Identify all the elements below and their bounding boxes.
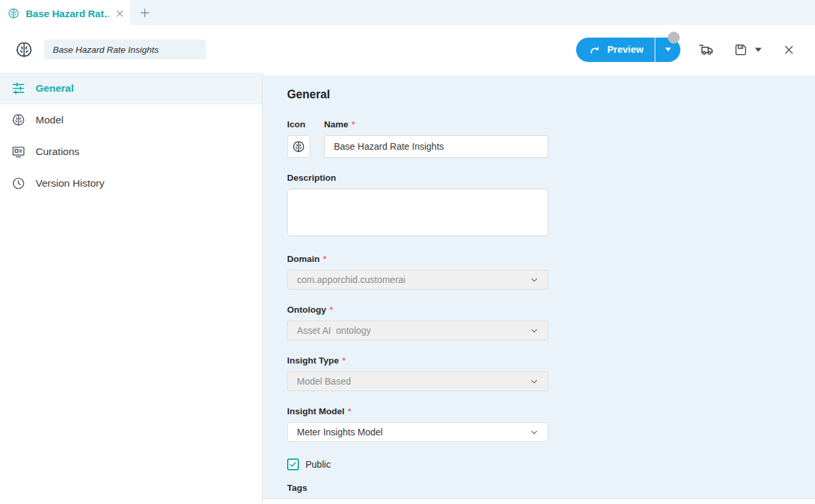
required-asterisk: *: [329, 305, 333, 315]
name-field-label: Name: [324, 119, 348, 129]
description-textarea[interactable]: [287, 189, 548, 236]
icon-picker-button[interactable]: [287, 135, 310, 158]
insight-type-select-value: Model Based: [297, 376, 351, 387]
tab-base-hazard-rate[interactable]: Base Hazard Rat…: [0, 0, 130, 26]
close-icon[interactable]: [783, 44, 795, 56]
required-asterisk: *: [323, 254, 327, 264]
tab-strip: [130, 0, 815, 26]
insight-model-select[interactable]: Meter Insights Model: [287, 422, 548, 442]
redo-arrow-icon: [589, 44, 601, 55]
deploy-truck-icon[interactable]: [698, 41, 715, 58]
public-checkbox-label: Public: [306, 459, 331, 470]
ontology-select[interactable]: Asset AI ontology: [287, 321, 548, 340]
brain-icon: [11, 113, 26, 127]
required-asterisk: *: [342, 356, 346, 365]
tab-close-icon[interactable]: [115, 9, 125, 18]
sidebar-item-label: Model: [36, 114, 63, 126]
sliders-icon: [11, 81, 26, 96]
sidebar-item-label: Version History: [36, 177, 104, 189]
body: General Model Curations Version History …: [0, 73, 815, 504]
clock-icon: [11, 176, 26, 191]
page-title: General: [287, 88, 815, 102]
preview-button[interactable]: Preview: [576, 38, 655, 62]
notification-dot: [668, 32, 680, 44]
required-asterisk: *: [348, 406, 351, 416]
tab-bar: Base Hazard Rat…: [0, 0, 815, 26]
required-asterisk: *: [352, 119, 355, 129]
new-tab-plus-icon[interactable]: [139, 7, 151, 19]
general-form: Icon Name * Description: [287, 119, 548, 499]
header-actions: Preview: [576, 38, 795, 62]
preview-split-button[interactable]: Preview: [576, 38, 680, 62]
save-icon[interactable]: [733, 42, 748, 57]
domain-field-label: Domain: [287, 254, 320, 264]
insight-model-field-label: Insight Model: [287, 406, 344, 416]
tags-field-label: Tags: [287, 483, 308, 493]
public-checkbox[interactable]: [287, 458, 299, 470]
brain-icon: [292, 140, 306, 154]
screen-card-icon: [11, 144, 26, 159]
content-panel: General Icon Name *: [263, 75, 815, 499]
checkmark-icon: [289, 460, 297, 468]
sidebar-item-label: General: [36, 82, 74, 94]
description-field-label: Description: [287, 173, 336, 183]
ontology-select-value: Asset AI ontology: [297, 325, 371, 336]
chevron-down-icon: [529, 326, 539, 336]
chevron-down-icon: [529, 377, 539, 387]
sidebar-item-general[interactable]: General: [0, 73, 262, 104]
chevron-down-icon: [665, 47, 672, 52]
domain-select[interactable]: com.apporchid.customerai: [287, 270, 548, 290]
sidebar: General Model Curations Version History: [0, 73, 263, 504]
sidebar-item-version-history[interactable]: Version History: [0, 168, 262, 199]
sidebar-item-curations[interactable]: Curations: [0, 136, 262, 168]
header-toolbar: Preview: [0, 26, 815, 73]
chevron-down-icon: [529, 427, 539, 437]
save-chevron-down-icon[interactable]: [754, 47, 762, 53]
brain-icon: [7, 7, 20, 20]
sidebar-item-model[interactable]: Model: [0, 104, 262, 136]
chevron-down-icon: [529, 275, 539, 285]
icon-field-label: Icon: [287, 119, 306, 129]
domain-select-value: com.apporchid.customerai: [297, 274, 405, 285]
app-logo-brain-icon: [15, 40, 34, 59]
insight-model-select-value: Meter Insights Model: [297, 427, 383, 437]
insight-type-field-label: Insight Type: [287, 356, 339, 365]
ontology-field-label: Ontology: [287, 305, 326, 315]
preview-button-label: Preview: [607, 44, 643, 55]
name-input[interactable]: [324, 135, 548, 158]
insight-type-select[interactable]: Model Based: [287, 371, 548, 391]
tab-title: Base Hazard Rat…: [26, 8, 109, 19]
insight-name-input[interactable]: [44, 40, 206, 59]
sidebar-item-label: Curations: [36, 146, 79, 158]
